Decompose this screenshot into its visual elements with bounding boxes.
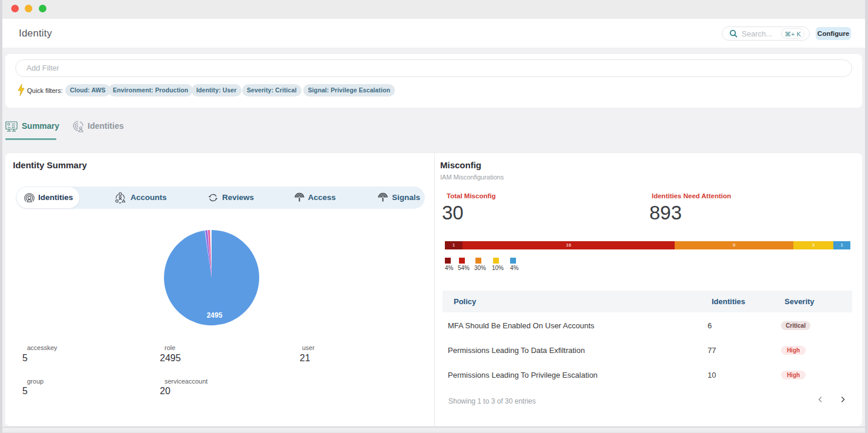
svg-text:2495: 2495 — [207, 311, 223, 319]
